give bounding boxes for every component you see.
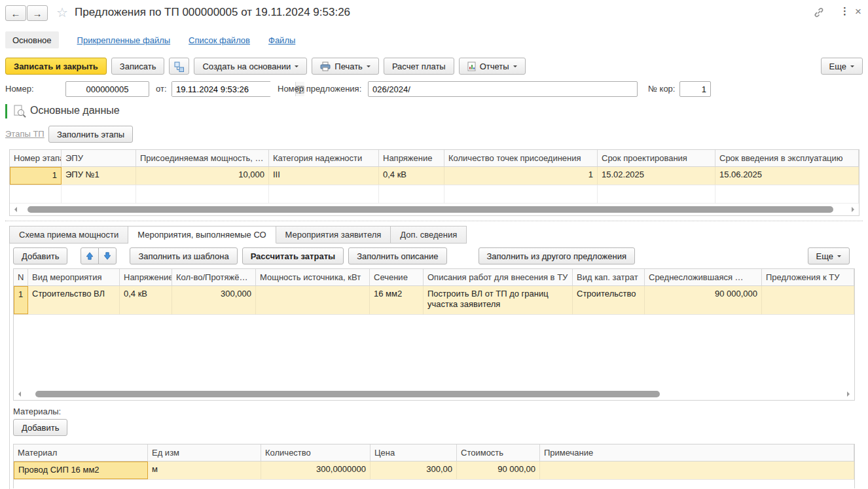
table-cell[interactable]: 1 xyxy=(14,286,28,314)
fill-description-button[interactable]: Заполнить описание xyxy=(348,247,446,264)
table-cell[interactable]: Провод СИП 16 мм2 xyxy=(14,462,148,479)
column-header[interactable]: ЭПУ xyxy=(62,150,136,166)
column-header[interactable]: Мощность источника, кВт xyxy=(256,269,370,285)
scroll-right-arrow-icon[interactable] xyxy=(852,207,857,212)
forward-button[interactable]: → xyxy=(27,5,48,21)
fill-from-other-proposal-button[interactable]: Заполнить из другого предложения xyxy=(479,247,635,264)
table-cell[interactable]: 300,000 xyxy=(172,286,256,314)
table-cell[interactable]: ЭПУ №1 xyxy=(62,167,136,185)
favorite-star-icon[interactable]: ☆ xyxy=(56,6,68,19)
move-up-button[interactable] xyxy=(81,247,99,264)
column-header[interactable]: N xyxy=(14,269,28,285)
table-cell[interactable]: Строительство ВЛ xyxy=(28,286,120,314)
table-cell[interactable]: Построить ВЛ от ТП до границ участка зая… xyxy=(424,286,573,314)
column-header[interactable]: Вид мероприятия xyxy=(28,269,120,285)
column-header[interactable]: Стоимость xyxy=(457,444,540,461)
table-cell[interactable]: 90 000,00 xyxy=(457,462,540,479)
scroll-track[interactable] xyxy=(19,206,850,213)
calc-costs-button[interactable]: Рассчитать затраты xyxy=(242,247,344,264)
table-cell[interactable]: Строительство xyxy=(573,286,645,314)
column-header[interactable]: Предложения к ТУ xyxy=(762,269,854,285)
horizontal-scrollbar[interactable] xyxy=(14,388,854,400)
horizontal-scrollbar[interactable] xyxy=(10,204,859,215)
scroll-left-arrow-icon[interactable] xyxy=(12,207,17,212)
nav-link-attached-files[interactable]: Прикрепленные файлы xyxy=(77,35,171,45)
column-header[interactable]: Присоединяемая мощность, … xyxy=(136,150,269,166)
correction-number-field[interactable] xyxy=(679,81,711,97)
table-cell[interactable]: м xyxy=(148,462,261,479)
column-header[interactable]: Количество xyxy=(261,444,371,461)
table-cell[interactable]: 15.02.2025 xyxy=(598,167,715,185)
back-button[interactable]: ← xyxy=(5,5,26,21)
close-icon[interactable]: × xyxy=(855,5,861,18)
table-cell[interactable]: 300,00 xyxy=(371,462,457,479)
column-header[interactable]: Срок введения в эксплуатацию xyxy=(715,150,859,166)
dropdown-caret-icon xyxy=(850,65,854,69)
nav-tab-main[interactable]: Основное xyxy=(5,31,59,48)
table-cell[interactable]: 1 xyxy=(444,167,598,185)
column-header[interactable]: Номер этапа xyxy=(10,150,62,166)
proposal-number-field[interactable] xyxy=(368,81,638,97)
stages-link[interactable]: Этапы ТП xyxy=(5,129,45,139)
column-header[interactable]: Материал xyxy=(14,444,148,461)
table-cell[interactable]: 0,4 кВ xyxy=(120,286,172,314)
more-menu-icon[interactable]: ⋮ xyxy=(840,5,850,17)
table-cell[interactable]: 16 мм2 xyxy=(370,286,424,314)
payment-calc-button[interactable]: Расчет платы xyxy=(384,58,454,75)
column-header[interactable]: Вид кап. затрат xyxy=(573,269,645,285)
content-tab-so-measures[interactable]: Мероприятия, выполняемые СО xyxy=(128,226,276,244)
column-header[interactable]: Срок проектирования xyxy=(598,150,715,166)
table-cell[interactable] xyxy=(256,286,370,314)
table-cell[interactable]: 300,0000000 xyxy=(261,462,371,479)
more-button[interactable]: Еще xyxy=(821,58,863,75)
column-header[interactable]: Ед изм xyxy=(148,444,261,461)
column-header[interactable]: Напряжение xyxy=(120,269,172,285)
content-tab-scheme[interactable]: Схема приема мощности xyxy=(9,226,128,244)
scroll-right-arrow-icon[interactable] xyxy=(847,391,852,397)
table-cell[interactable]: 10,000 xyxy=(136,167,269,185)
column-header[interactable]: Категория надежности xyxy=(269,150,379,166)
nav-link-files[interactable]: Файлы xyxy=(268,35,295,45)
scroll-thumb[interactable] xyxy=(35,391,660,397)
create-based-on-button[interactable]: Создать на основании xyxy=(194,58,307,75)
arrow-down-icon xyxy=(103,251,112,261)
content-tab-additional[interactable]: Доп. сведения xyxy=(391,226,467,244)
table-cell[interactable]: III xyxy=(269,167,379,185)
column-header[interactable]: Среднесложившаяся … xyxy=(645,269,762,285)
column-header[interactable]: Напряжение xyxy=(379,150,444,166)
save-button[interactable]: Записать xyxy=(111,58,165,75)
create-based-on-icon-button[interactable] xyxy=(169,58,189,75)
column-header[interactable]: Сечение xyxy=(370,269,424,285)
table-cell[interactable]: 0,4 кВ xyxy=(379,167,444,185)
get-link-icon[interactable] xyxy=(813,7,825,20)
column-header[interactable]: Кол-во/Протяжё… xyxy=(172,269,256,285)
number-field[interactable] xyxy=(65,81,149,97)
table-cell[interactable] xyxy=(540,462,854,479)
fill-stages-button[interactable]: Заполнить этапы xyxy=(48,126,133,143)
column-header[interactable]: Примечание xyxy=(540,444,854,461)
number-label: Номер: xyxy=(5,81,34,97)
table-cell[interactable] xyxy=(762,286,854,314)
table-cell[interactable]: 90 000,000 xyxy=(645,286,762,314)
reports-button[interactable]: Отчеты xyxy=(459,58,526,75)
magnifier-doc-icon xyxy=(13,105,26,120)
column-header[interactable]: Количество точек присоединения xyxy=(444,150,598,166)
scroll-thumb[interactable] xyxy=(27,206,833,213)
nav-link-file-list[interactable]: Список файлов xyxy=(189,35,250,45)
add-button[interactable]: Добавить xyxy=(13,247,67,264)
date-field[interactable] xyxy=(172,82,295,96)
fill-from-template-button[interactable]: Заполнить из шаблона xyxy=(130,247,237,264)
move-down-button[interactable] xyxy=(98,247,117,264)
content-tab-applicant-measures[interactable]: Мероприятия заявителя xyxy=(276,226,391,244)
add-material-button[interactable]: Добавить xyxy=(13,419,67,436)
table-cell[interactable]: 1 xyxy=(10,167,62,185)
save-close-button[interactable]: Записать и закрыть xyxy=(5,58,107,75)
table-cell[interactable]: 15.06.2025 xyxy=(715,167,859,185)
measures-more-button[interactable]: Еще xyxy=(808,247,850,264)
column-header[interactable]: Описания работ для внесения в ТУ xyxy=(424,269,573,285)
section-title: Основные данные xyxy=(30,105,120,117)
print-button[interactable]: Печать xyxy=(312,58,379,75)
column-header[interactable]: Цена xyxy=(371,444,457,461)
scroll-track[interactable] xyxy=(23,391,845,397)
scroll-left-arrow-icon[interactable] xyxy=(16,391,21,397)
